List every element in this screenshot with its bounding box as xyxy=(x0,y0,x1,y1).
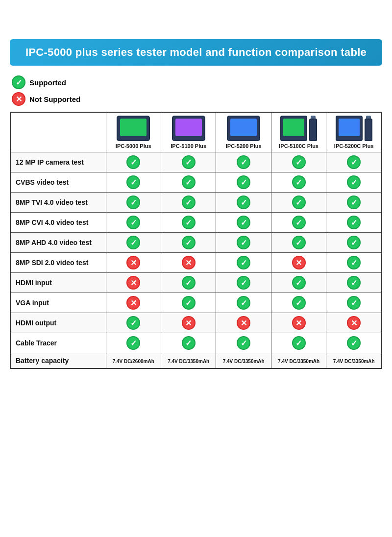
check-icon: ✓ xyxy=(347,276,361,290)
check-icon: ✓ xyxy=(347,336,361,350)
header-model-2: IPC-5200 Plus xyxy=(216,112,271,152)
feature-value: ✓ xyxy=(326,233,382,253)
model-name-0: IPC-5000 Plus xyxy=(108,141,159,151)
header-model-1: IPC-5100 Plus xyxy=(161,112,216,152)
device-img-1 xyxy=(172,116,205,141)
check-icon: ✓ xyxy=(292,236,306,249)
feature-value: ✓ xyxy=(271,172,326,193)
header-feature xyxy=(10,112,106,152)
check-icon: ✓ xyxy=(126,336,140,350)
feature-value: ✓ xyxy=(326,213,382,233)
device-img-3 xyxy=(273,116,324,141)
feature-value: ✓ xyxy=(216,293,271,313)
cross-icon: ✕ xyxy=(126,296,140,310)
check-icon: ✓ xyxy=(237,336,250,350)
feature-value: ✓ xyxy=(326,273,382,293)
feature-value: ✓ xyxy=(216,253,271,273)
feature-value: ✓ xyxy=(216,193,271,213)
table-row: Cable Tracer✓✓✓✓✓ xyxy=(10,333,382,353)
feature-value: 7.4V DC/3350mAh xyxy=(216,353,271,369)
feature-value: ✓ xyxy=(106,333,161,353)
model-name-4: IPC-5200C Plus xyxy=(328,141,379,151)
title-bar: IPC-5000 plus series tester model and fu… xyxy=(10,39,382,66)
check-icon: ✓ xyxy=(237,276,250,290)
feature-value: 7.4V DC/3350mAh xyxy=(271,353,326,369)
cross-icon: ✕ xyxy=(126,276,140,290)
feature-value: ✕ xyxy=(271,253,326,273)
table-row: HDMI output✓✕✕✕✕ xyxy=(10,313,382,333)
feature-value: ✓ xyxy=(326,253,382,273)
feature-value: ✓ xyxy=(161,333,216,353)
check-icon: ✓ xyxy=(292,276,306,290)
feature-label: 8MP SDI 2.0 video test xyxy=(10,253,106,273)
feature-value: ✓ xyxy=(106,152,161,172)
table-row: VGA input✕✓✓✓✓ xyxy=(10,293,382,313)
check-icon: ✓ xyxy=(237,155,250,169)
feature-value: ✓ xyxy=(216,172,271,193)
feature-value: ✓ xyxy=(326,172,382,193)
legend-not-supported: ✕ Not Supported xyxy=(12,92,80,106)
feature-value: ✓ xyxy=(271,152,326,172)
check-icon: ✓ xyxy=(237,256,250,269)
table-row: 8MP TVI 4.0 video test✓✓✓✓✓ xyxy=(10,193,382,213)
check-icon: ✓ xyxy=(237,216,250,229)
check-icon: ✓ xyxy=(292,336,306,350)
check-icon: ✓ xyxy=(126,316,140,330)
check-icon: ✓ xyxy=(126,195,140,209)
feature-value: ✓ xyxy=(106,172,161,193)
check-icon: ✓ xyxy=(182,276,196,290)
feature-value: ✓ xyxy=(271,193,326,213)
feature-value: ✓ xyxy=(161,233,216,253)
feature-value: ✓ xyxy=(161,193,216,213)
model-name-1: IPC-5100 Plus xyxy=(163,141,214,151)
table-row: 8MP CVI 4.0 video test✓✓✓✓✓ xyxy=(10,213,382,233)
check-icon: ✓ xyxy=(182,296,196,310)
table-row: CVBS video test✓✓✓✓✓ xyxy=(10,172,382,193)
model-name-3: IPC-5100C Plus xyxy=(273,141,324,151)
feature-value: ✓ xyxy=(106,193,161,213)
check-icon: ✓ xyxy=(182,195,196,209)
feature-value: ✓ xyxy=(161,213,216,233)
check-icon: ✓ xyxy=(347,216,361,229)
check-icon: ✓ xyxy=(237,236,250,249)
table-row: HDMI input✕✓✓✓✓ xyxy=(10,273,382,293)
check-icon: ✓ xyxy=(182,155,196,169)
not-supported-icon: ✕ xyxy=(12,92,25,106)
check-icon: ✓ xyxy=(237,296,250,310)
feature-value: ✕ xyxy=(106,253,161,273)
feature-value: 7.4V DC/2600mAh xyxy=(106,353,161,369)
feature-value: ✓ xyxy=(161,293,216,313)
check-icon: ✓ xyxy=(347,195,361,209)
feature-value: ✓ xyxy=(271,333,326,353)
table-row: 8MP SDI 2.0 video test✕✕✓✕✓ xyxy=(10,253,382,273)
supported-icon: ✓ xyxy=(12,75,25,89)
feature-value: ✕ xyxy=(271,313,326,333)
feature-value: ✕ xyxy=(106,273,161,293)
feature-label: Cable Tracer xyxy=(10,333,106,353)
check-icon: ✓ xyxy=(292,175,306,189)
header-model-0: IPC-5000 Plus xyxy=(106,112,161,152)
feature-value: ✓ xyxy=(271,293,326,313)
feature-label: HDMI input xyxy=(10,273,106,293)
feature-value: ✕ xyxy=(161,253,216,273)
check-icon: ✓ xyxy=(292,155,306,169)
feature-value: ✓ xyxy=(326,193,382,213)
cross-icon: ✕ xyxy=(126,256,140,269)
feature-value: ✓ xyxy=(216,213,271,233)
header-model-3: IPC-5100C Plus xyxy=(271,112,326,152)
page-title: IPC-5000 plus series tester model and fu… xyxy=(20,46,372,59)
check-icon: ✓ xyxy=(182,216,196,229)
check-icon: ✓ xyxy=(126,216,140,229)
supported-label: Supported xyxy=(29,78,66,87)
check-icon: ✓ xyxy=(126,236,140,249)
cross-icon: ✕ xyxy=(292,256,306,269)
feature-value: ✕ xyxy=(216,313,271,333)
feature-value: ✓ xyxy=(271,213,326,233)
feature-value: ✓ xyxy=(326,333,382,353)
feature-value: ✓ xyxy=(326,152,382,172)
feature-label: Battery capacity xyxy=(10,353,106,369)
device-img-2 xyxy=(227,116,260,141)
feature-value: ✓ xyxy=(216,273,271,293)
model-name-2: IPC-5200 Plus xyxy=(218,141,269,151)
feature-value: ✓ xyxy=(216,233,271,253)
